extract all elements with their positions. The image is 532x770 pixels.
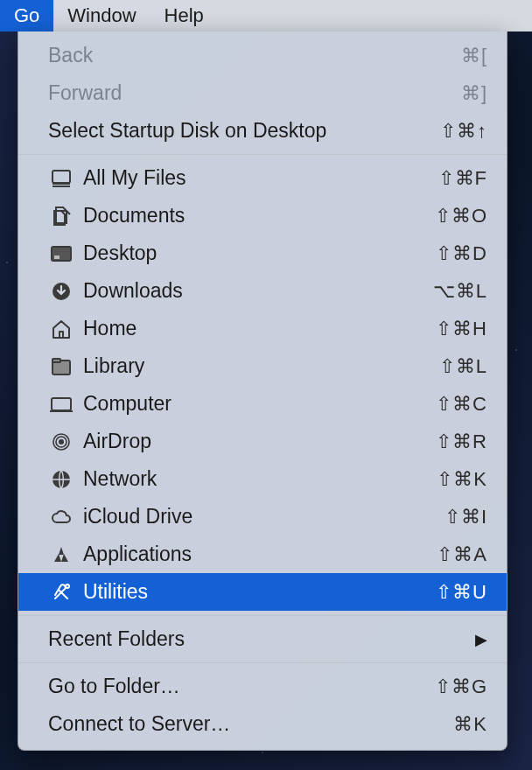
menu-window[interactable]: Window [53,0,150,32]
menu-shortcut: ⇧⌘I [444,506,487,528]
menu-item-network[interactable]: Network ⇧⌘K [18,460,507,498]
menu-item-documents[interactable]: Documents ⇧⌘O [18,197,507,234]
menu-label: All My Files [83,166,438,190]
svg-rect-0 [52,171,70,183]
computer-icon [48,396,74,413]
menu-shortcut: ⌥⌘L [433,280,487,303]
svg-rect-4 [54,256,60,259]
menu-item-library[interactable]: Library ⇧⌘L [18,347,507,385]
home-icon [48,318,74,340]
menu-item-desktop[interactable]: Desktop ⇧⌘D [18,234,507,272]
menu-shortcut: ⇧⌘U [436,581,487,604]
menu-shortcut: ⇧⌘H [436,318,487,340]
menu-label: Desktop [83,242,436,265]
network-icon [48,469,74,490]
menu-shortcut: ⇧⌘L [439,355,487,378]
menu-shortcut: ⇧⌘R [436,430,487,453]
menu-label: Computer [83,392,436,416]
menu-item-recent-folders[interactable]: Recent Folders ▶ [18,620,507,658]
menu-item-go-to-folder[interactable]: Go to Folder… ⇧⌘G [18,668,507,705]
menu-item-select-startup-disk[interactable]: Select Startup Disk on Desktop ⇧⌘↑ [18,112,507,150]
menu-item-home[interactable]: Home ⇧⌘H [18,310,507,347]
submenu-arrow-icon: ▶ [475,630,487,649]
menu-item-computer[interactable]: Computer ⇧⌘C [18,385,507,423]
cloud-icon [48,508,74,526]
menu-separator [18,662,507,663]
utilities-icon [48,582,74,603]
menu-label: AirDrop [83,430,436,453]
menu-shortcut: ⇧⌘F [438,167,487,190]
library-icon [48,357,74,376]
all-my-files-icon [48,169,74,188]
menu-label: Back [48,44,461,67]
menu-item-back: Back ⌘[ [18,37,507,74]
svg-point-10 [59,439,64,444]
menu-shortcut: ⇧⌘K [437,468,487,491]
menu-shortcut: ⇧⌘A [437,543,487,566]
menu-label: Recent Folders [48,627,475,651]
menu-label: Forward [48,81,461,105]
menu-shortcut: ⇧⌘↑ [440,120,487,143]
menu-shortcut: ⌘] [461,82,487,105]
menu-shortcut: ⇧⌘C [436,393,487,416]
menu-shortcut: ⌘K [453,713,487,736]
menu-label: Go to Folder… [48,675,435,698]
menu-item-forward: Forward ⌘] [18,74,507,112]
menu-item-all-my-files[interactable]: All My Files ⇧⌘F [18,159,507,197]
menu-label: Downloads [83,279,433,303]
menubar: Go Window Help [0,0,532,32]
menu-separator [18,154,507,155]
documents-icon [48,206,74,227]
menu-label: iCloud Drive [83,505,444,528]
menu-shortcut: ⇧⌘G [435,676,487,698]
svg-rect-7 [52,359,60,362]
menu-help[interactable]: Help [150,0,218,32]
menu-label: Connect to Server… [48,712,453,736]
menu-item-utilities[interactable]: Utilities ⇧⌘U [18,573,507,611]
menu-label: Applications [83,542,437,566]
menu-item-downloads[interactable]: Downloads ⌥⌘L [18,272,507,310]
menu-item-connect-to-server[interactable]: Connect to Server… ⌘K [18,705,507,743]
svg-rect-8 [52,398,71,410]
menu-shortcut: ⇧⌘D [436,242,487,265]
menu-item-icloud-drive[interactable]: iCloud Drive ⇧⌘I [18,498,507,536]
menu-label: Network [83,467,437,491]
menu-label: Utilities [83,580,436,604]
menu-shortcut: ⇧⌘O [435,205,487,228]
menu-item-airdrop[interactable]: AirDrop ⇧⌘R [18,423,507,460]
menu-item-applications[interactable]: Applications ⇧⌘A [18,536,507,573]
menu-separator [18,615,507,616]
go-menu-dropdown: Back ⌘[ Forward ⌘] Select Startup Disk o… [18,32,508,751]
downloads-icon [48,281,74,302]
desktop-icon [48,245,74,262]
menu-label: Select Startup Disk on Desktop [48,119,440,143]
menu-shortcut: ⌘[ [461,45,487,67]
menu-label: Home [83,317,436,340]
menu-label: Library [83,354,439,378]
airdrop-icon [48,431,74,452]
menu-label: Documents [83,204,435,228]
svg-point-14 [66,584,69,588]
applications-icon [48,544,74,565]
menu-go[interactable]: Go [0,0,53,32]
